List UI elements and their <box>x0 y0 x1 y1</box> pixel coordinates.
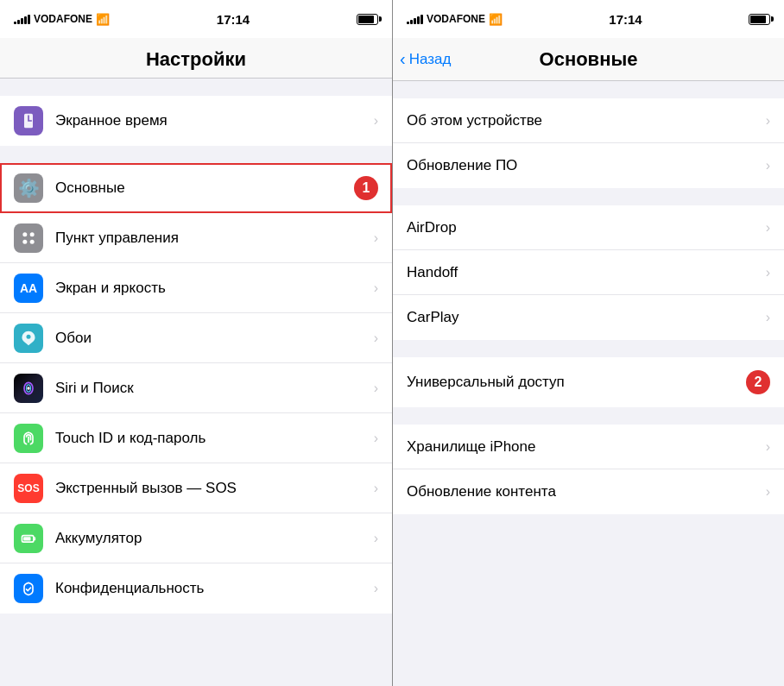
svg-point-3 <box>22 239 27 243</box>
privacy-label: Конфиденциальность <box>55 580 367 597</box>
about-label: Об этом устройстве <box>407 112 759 129</box>
general-icon: ⚙️ <box>14 173 43 203</box>
back-button[interactable]: ‹ Назад <box>400 49 451 69</box>
right-section-4: Хранилище iPhone › Обновление контента › <box>393 425 784 514</box>
right-status-bar: VODAFONE 📶 17:14 <box>393 0 784 38</box>
accessibility-label: Универсальный доступ <box>407 374 739 391</box>
settings-item-screen-time[interactable]: Экранное время › <box>0 96 392 146</box>
right-nav-header: ‹ Назад Основные <box>393 38 784 81</box>
settings-item-iphone-storage[interactable]: Хранилище iPhone › <box>393 425 784 469</box>
left-carrier: VODAFONE 📶 <box>14 13 110 26</box>
airdrop-chevron: › <box>766 220 770 236</box>
settings-item-accessibility[interactable]: Универсальный доступ 2 <box>393 357 784 407</box>
sos-chevron: › <box>374 481 378 496</box>
svg-point-4 <box>30 239 35 243</box>
content-update-label: Обновление контента <box>407 483 759 500</box>
wifi-icon: 📶 <box>96 13 110 26</box>
airdrop-label: AirDrop <box>407 219 759 236</box>
settings-item-touchid[interactable]: Touch ID и код-пароль › <box>0 413 392 463</box>
right-time: 17:14 <box>609 12 642 27</box>
right-signal-icon <box>407 14 423 24</box>
control-center-chevron: › <box>374 230 378 246</box>
settings-item-wallpaper[interactable]: Обои › <box>0 313 392 363</box>
screen-time-chevron: › <box>374 113 378 129</box>
privacy-icon <box>14 574 43 603</box>
right-section-1: Об этом устройстве › Обновление ПО › <box>393 98 784 188</box>
about-chevron: › <box>766 113 770 129</box>
section-2: ⚙️ Основные 1 Пункт управления › <box>0 163 392 614</box>
settings-item-display[interactable]: AA Экран и яркость › <box>0 263 392 313</box>
section-gap-bottom <box>0 614 392 631</box>
software-update-label: Обновление ПО <box>407 157 759 174</box>
settings-item-siri[interactable]: Siri и Поиск › <box>0 363 392 413</box>
control-center-icon <box>14 223 43 253</box>
settings-item-control-center[interactable]: Пункт управления › <box>0 213 392 263</box>
iphone-storage-label: Хранилище iPhone <box>407 438 759 456</box>
siri-label: Siri и Поиск <box>55 380 367 397</box>
svg-rect-10 <box>23 537 30 540</box>
left-nav-header: Настройки <box>0 38 392 79</box>
display-chevron: › <box>374 280 378 296</box>
handoff-chevron: › <box>766 265 770 280</box>
settings-item-content-update[interactable]: Обновление контента › <box>393 469 784 514</box>
display-label: Экран и яркость <box>55 280 367 297</box>
wallpaper-label: Обои <box>55 330 367 347</box>
svg-point-1 <box>22 232 27 236</box>
gear-icon: ⚙️ <box>18 178 40 198</box>
touchid-icon <box>14 424 43 453</box>
battery-label: Аккумулятор <box>55 530 367 547</box>
control-center-label: Пункт управления <box>55 230 367 247</box>
sos-icon: SOS <box>14 474 43 503</box>
left-screen: VODAFONE 📶 17:14 Настройки Экра <box>0 0 392 686</box>
svg-point-5 <box>27 334 31 338</box>
settings-item-carplay[interactable]: CarPlay › <box>393 295 784 340</box>
settings-item-sos[interactable]: SOS Экстренный вызов — SOS › <box>0 463 392 513</box>
settings-item-software-update[interactable]: Обновление ПО › <box>393 143 784 188</box>
right-battery-icon <box>749 14 770 25</box>
right-gap-2 <box>393 188 784 205</box>
accessibility-badge: 2 <box>746 370 770 394</box>
right-screen: VODAFONE 📶 17:14 ‹ Назад Основные Об это… <box>392 0 784 686</box>
right-gap-1 <box>393 81 784 98</box>
screen-time-icon <box>14 106 43 135</box>
iphone-storage-chevron: › <box>766 439 770 455</box>
battery-chevron: › <box>374 531 378 546</box>
sos-label: Экстренный вызов — SOS <box>55 480 367 497</box>
wallpaper-chevron: › <box>374 330 378 346</box>
left-battery <box>357 14 378 25</box>
general-label: Основные <box>55 179 347 197</box>
back-label: Назад <box>409 51 452 68</box>
left-settings-list: Экранное время › ⚙️ Основные 1 <box>0 79 392 686</box>
display-icon: AA <box>14 274 43 303</box>
settings-item-handoff[interactable]: Handoff › <box>393 250 784 295</box>
battery-fill <box>358 16 374 23</box>
svg-point-2 <box>30 232 35 236</box>
settings-item-privacy[interactable]: Конфиденциальность › <box>0 563 392 614</box>
right-wifi-icon: 📶 <box>489 13 503 26</box>
right-battery-fill <box>750 16 766 23</box>
touchid-label: Touch ID и код-пароль <box>55 430 367 447</box>
signal-icon <box>14 14 30 24</box>
right-gap-3 <box>393 340 784 357</box>
siri-icon <box>14 374 43 403</box>
section-gap-2 <box>0 146 392 163</box>
right-page-title: Основные <box>540 48 638 71</box>
settings-item-battery[interactable]: Аккумулятор › <box>0 513 392 563</box>
software-update-chevron: › <box>766 158 770 173</box>
right-carrier: VODAFONE 📶 <box>407 13 503 26</box>
handoff-label: Handoff <box>407 264 759 281</box>
wallpaper-icon <box>14 324 43 353</box>
settings-item-about[interactable]: Об этом устройстве › <box>393 98 784 143</box>
battery-icon <box>357 14 378 25</box>
right-settings-list: Об этом устройстве › Обновление ПО › Air… <box>393 81 784 686</box>
settings-item-general[interactable]: ⚙️ Основные 1 <box>0 163 392 213</box>
carplay-chevron: › <box>766 310 770 325</box>
right-gap-bottom <box>393 514 784 532</box>
battery-settings-icon <box>14 524 43 553</box>
right-section-2: AirDrop › Handoff › CarPlay › <box>393 205 784 340</box>
section-gap-1 <box>0 79 392 96</box>
left-time: 17:14 <box>217 12 250 27</box>
settings-item-airdrop[interactable]: AirDrop › <box>393 205 784 250</box>
general-badge: 1 <box>354 176 378 200</box>
touchid-chevron: › <box>374 431 378 446</box>
